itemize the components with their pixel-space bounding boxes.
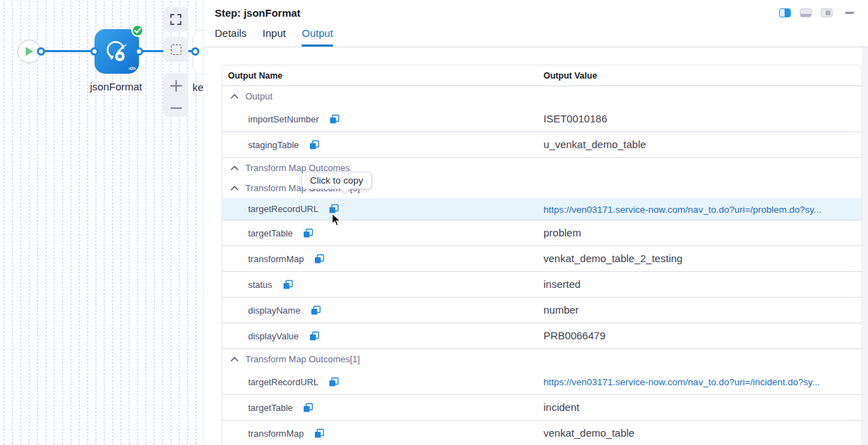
output-name: displayName [248,305,300,316]
copy-icon[interactable] [303,403,313,413]
output-name: targetTable [248,403,293,413]
output-name-cell: status [222,280,543,290]
output-name-cell: transformMap [222,254,543,264]
table-row: transformMap venkat_demo_table [222,421,862,445]
zoom-out-icon[interactable] [170,106,182,110]
zoom-in-icon[interactable] [170,80,182,92]
edge-connector[interactable] [90,47,99,56]
scrollbar-gutter[interactable] [862,47,868,445]
zoom-controls [163,73,188,117]
flow-node-jsonformat[interactable]: </> [95,29,139,74]
section-header[interactable]: Transform Map Outcomes[1] [222,349,862,369]
copy-icon[interactable] [309,140,320,150]
minimize-icon[interactable] [845,12,854,14]
tooltip-text: Click to copy [310,175,363,186]
output-value-cell: u_venkat_demo_table [543,138,862,151]
copy-icon[interactable] [329,114,340,124]
layout-bottom-panel-icon[interactable] [800,8,812,17]
layout-split-right-icon[interactable] [779,8,791,17]
output-name-cell: displayName [222,305,543,316]
layout-right-panel-icon[interactable] [821,8,833,17]
copy-icon[interactable] [311,305,321,316]
json-parse-icon [104,39,129,64]
code-icon: </> [129,65,136,72]
copy-icon[interactable] [329,377,339,387]
output-value: ISET0010186 [543,113,607,124]
table-row: stagingTable u_venkat_demo_table [222,132,862,158]
panel-header: Step: jsonFormat [204,0,868,22]
output-name-cell: targetRecordURL [222,204,543,214]
output-tab-content: Output Name Output Value Output importSe… [204,47,868,445]
output-name: targetRecordURL [248,377,318,387]
output-value-cell: PRB0066479 [543,330,862,342]
table-row: targetRecordURL https://ven03171.service… [222,198,862,220]
output-name: transformMap [248,428,304,439]
table-row: targetTable incident [222,395,862,421]
output-name-cell: targetTable [222,228,543,238]
output-value: PRB0066479 [543,330,605,341]
panel-layout-controls [779,8,857,17]
output-name-cell: displayValue [222,331,543,341]
tab-output[interactable]: Output [302,27,333,47]
copy-icon[interactable] [283,280,293,290]
flow-designer-app: </> jsonFormat ke [0,0,868,445]
copy-tooltip: Click to copy [302,172,372,189]
section-header[interactable]: Output [222,86,862,106]
output-value: number [543,304,579,316]
output-name-cell: stagingTable [222,140,543,150]
table-row: displayName number [222,298,862,323]
table-row: status inserted [222,272,862,298]
output-value: inserted [543,278,580,290]
output-name: status [248,280,272,290]
tab-details[interactable]: Details [215,27,247,47]
chevron-up-icon[interactable] [231,186,238,191]
output-value-cell: https://ven03171.service-now.com/nav_to.… [543,375,862,388]
panel-title: Step: jsonFormat [215,7,300,19]
output-table-card: Output Name Output Value Output importSe… [222,65,862,445]
output-value: problem [543,227,581,238]
output-value-cell: venkat_demo_table_2_testing [543,252,862,265]
output-value-cell: inserted [543,278,862,291]
output-name: transformMap [248,254,304,264]
chevron-up-icon[interactable] [231,165,238,170]
edge-connector[interactable] [135,47,143,56]
column-header-output-value: Output Value [543,71,597,81]
copy-icon[interactable] [303,228,313,238]
output-name-cell: targetTable [222,403,543,413]
marquee-select-button[interactable] [163,37,188,62]
chevron-up-icon[interactable] [231,357,238,362]
node-label: jsonFormat [76,81,156,92]
output-value: incident [543,401,580,413]
output-name: importSetNumber [248,114,319,124]
output-value: venkat_demo_table_2_testing [543,252,682,264]
output-name-cell: targetRecordURL [222,377,543,387]
output-value-cell: https://ven03171.service-now.com/nav_to.… [543,203,862,216]
output-value[interactable]: https://ven03171.service-now.com/nav_to.… [543,377,820,387]
fit-to-screen-button[interactable] [163,7,188,32]
flow-canvas[interactable]: </> jsonFormat ke [0,0,203,445]
output-value: venkat_demo_table [543,427,634,439]
marquee-select-icon [171,44,181,55]
table-body: Output importSetNumber ISET0010186 stagi… [222,86,862,445]
edge-connector[interactable] [191,47,199,56]
copy-icon[interactable] [309,331,320,341]
panel-tabs: Details Input Output [204,22,868,47]
output-value-cell: venkat_demo_table [543,427,862,439]
success-check-icon [131,24,144,37]
output-value[interactable]: https://ven03171.service-now.com/nav_to.… [543,204,821,215]
chevron-up-icon[interactable] [231,94,238,99]
edge-connector[interactable] [37,47,45,56]
copy-icon[interactable] [314,254,325,264]
table-row: importSetNumber ISET0010186 [222,106,862,132]
table-header-row: Output Name Output Value [222,65,862,86]
output-name-cell: transformMap [222,428,543,439]
output-name: targetRecordURL [248,204,318,214]
table-row: targetRecordURL https://ven03171.service… [222,369,862,395]
table-row: transformMap venkat_demo_table_2_testing [222,246,862,272]
tab-input[interactable]: Input [263,27,286,47]
output-value-cell: number [543,304,862,316]
table-row: displayValue PRB0066479 [222,323,862,349]
copy-icon[interactable] [314,428,325,439]
output-name: displayValue [248,331,299,341]
output-name: targetTable [248,228,293,238]
